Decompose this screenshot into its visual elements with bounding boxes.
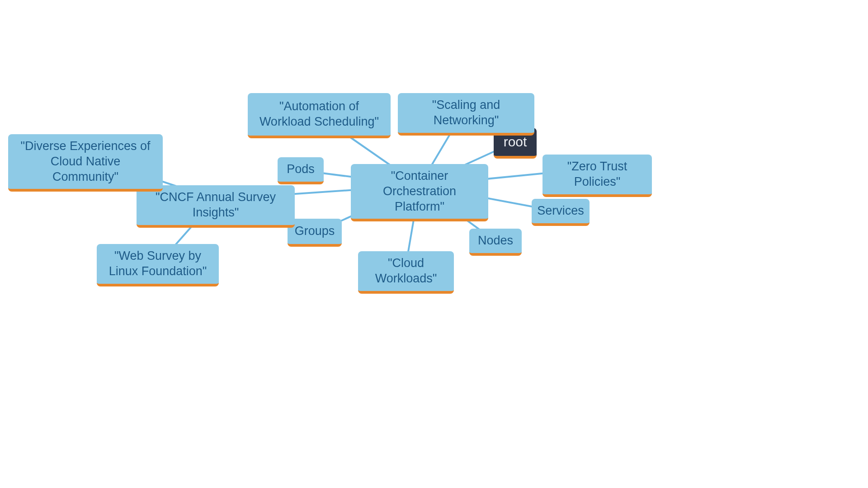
node-container-orchestration-platform[interactable]: "Container Orchestration Platform" xyxy=(351,164,488,221)
node-scaling-and-networking[interactable]: "Scaling and Networking" xyxy=(398,93,534,136)
node-pods[interactable]: Pods xyxy=(278,157,324,184)
node-cloud-workloads[interactable]: "Cloud Workloads" xyxy=(358,251,454,294)
node-zero-trust-policies[interactable]: "Zero Trust Policies" xyxy=(542,155,652,197)
mindmap-canvas: { "nodes": { "root": { "label": "root", … xyxy=(0,0,868,488)
node-cncf-annual-survey-insights[interactable]: "CNCF Annual Survey Insights" xyxy=(137,185,295,228)
node-services[interactable]: Services xyxy=(532,199,590,226)
node-automation-of-workload-scheduling[interactable]: "Automation of Workload Scheduling" xyxy=(248,93,391,138)
node-diverse-experiences-cloud-native-community[interactable]: "Diverse Experiences of Cloud Native Com… xyxy=(8,134,163,192)
node-web-survey-by-linux-foundation[interactable]: "Web Survey by Linux Foundation" xyxy=(97,244,219,286)
node-groups[interactable]: Groups xyxy=(288,219,342,247)
node-nodes[interactable]: Nodes xyxy=(469,229,522,256)
